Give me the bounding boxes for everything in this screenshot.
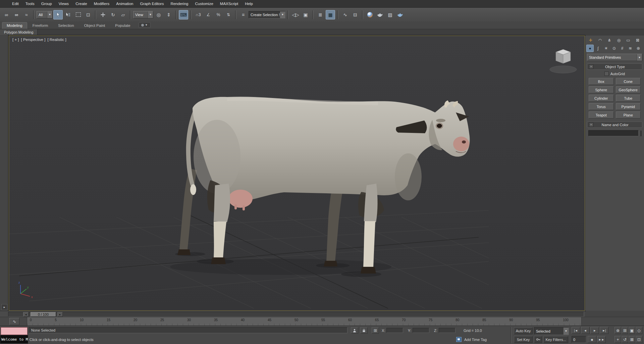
tab-motion[interactable]: ◎ [614, 37, 623, 44]
spinner-snap-toggle[interactable]: ⇅ [224, 10, 233, 19]
next-frame-button[interactable]: ►► [597, 336, 606, 343]
sphere-button[interactable]: Sphere [589, 86, 614, 93]
field-of-view-button[interactable]: ◇ [636, 327, 642, 334]
unlink-selection-icon[interactable]: ∞ [12, 10, 21, 19]
render-production-button[interactable] [395, 10, 405, 19]
auto-key-button[interactable]: Auto Key [514, 327, 533, 334]
edit-named-selection-sets-button[interactable]: ≡ [238, 10, 248, 19]
zoom-button[interactable]: ⊕ [614, 327, 621, 334]
category-cameras[interactable]: ⊙ [610, 45, 618, 52]
keyboard-shortcut-override-toggle[interactable]: ⌨ [179, 10, 188, 19]
viewport-canvas[interactable]: x y z [9, 36, 585, 310]
menu-edit[interactable]: Edit [9, 0, 22, 7]
orbit-button[interactable]: ↺ [622, 336, 628, 343]
category-systems[interactable]: ⊛ [635, 45, 642, 52]
category-space-warps[interactable]: ≋ [627, 45, 634, 52]
category-lights[interactable]: ☀ [602, 45, 610, 52]
select-and-scale-button[interactable]: ▱ [118, 10, 128, 19]
absolute-offset-mode-toggle[interactable]: ⊞ [372, 327, 379, 334]
cylinder-button[interactable]: Cylinder [589, 95, 614, 102]
next-frame-arrow[interactable]: ► [57, 312, 63, 317]
zoom-all-button[interactable]: ⊞ [622, 327, 628, 334]
tab-create[interactable]: ✛ [586, 37, 595, 44]
menu-customize[interactable]: Customize [192, 0, 216, 7]
menu-animation[interactable]: Animation [113, 0, 137, 7]
select-by-name-button[interactable] [63, 10, 73, 19]
rendered-frame-window-button[interactable]: ▨ [385, 10, 395, 19]
go-to-start-button[interactable]: |◄ [572, 327, 580, 334]
pyramid-button[interactable]: Pyramid [616, 103, 641, 110]
isolate-selection-toggle[interactable] [351, 327, 358, 334]
menu-create[interactable]: Create [72, 0, 91, 7]
torus-button[interactable]: Torus [589, 103, 614, 110]
tab-modify[interactable]: ◠ [596, 37, 604, 44]
menu-rendering[interactable]: Rendering [167, 0, 192, 7]
menu-graph-editors[interactable]: Graph Editors [137, 0, 167, 7]
play-button[interactable]: ► [590, 327, 599, 334]
ribbon-tab-modeling[interactable]: Modeling [2, 22, 27, 29]
tab-hierarchy[interactable]: ⋔ [605, 37, 614, 44]
menu-views[interactable]: Views [55, 0, 72, 7]
zoom-extents-button[interactable]: ▣ [629, 327, 635, 334]
menu-group[interactable]: Group [38, 0, 55, 7]
layer-explorer-toggle[interactable]: ≣ [316, 10, 325, 19]
menu-modifiers[interactable]: Modifiers [91, 0, 113, 7]
menu-tools[interactable]: Tools [22, 0, 38, 7]
ribbon-tab-populate[interactable]: Populate [110, 22, 135, 29]
z-coordinate-input[interactable] [439, 328, 455, 333]
object-color-swatch[interactable] [641, 131, 641, 136]
bind-to-space-warp-icon[interactable]: ≈ [22, 10, 31, 19]
ribbon-tab-freeform[interactable]: Freeform [28, 22, 53, 29]
key-mode-toggle[interactable]: ◆ [588, 336, 596, 343]
viewport-menu-view[interactable]: [ Perspective ] [21, 38, 46, 42]
menu-help[interactable]: Help [241, 0, 256, 7]
select-and-move-button[interactable] [98, 10, 108, 19]
set-key-button[interactable]: Set Key [514, 336, 533, 343]
object-name-field[interactable] [588, 130, 639, 136]
percent-snap-toggle[interactable]: % [214, 10, 223, 19]
tab-utilities[interactable]: ⊠ [633, 37, 642, 44]
angle-snap-toggle[interactable]: ∠ [204, 10, 213, 19]
macro-recorder-field[interactable] [1, 327, 28, 335]
selection-lock-toggle[interactable] [360, 327, 368, 334]
add-time-tag[interactable]: Add Time Tag [464, 338, 487, 342]
box-button[interactable]: Box [589, 78, 614, 85]
cone-button[interactable]: Cone [616, 78, 641, 85]
ribbon-tab-object-paint[interactable]: Object Paint [79, 22, 110, 29]
time-slider-track[interactable]: ◄ 0 / 100 ► [8, 312, 584, 317]
object-type-rollout-header[interactable]: − Object Type [587, 63, 642, 70]
previous-frame-arrow[interactable]: ◄ [23, 312, 29, 317]
set-keys-key-button[interactable] [534, 336, 542, 343]
mirror-button[interactable]: ◁▷ [291, 10, 300, 19]
viewport-menu-plus[interactable]: [ + ] [12, 38, 19, 42]
ribbon-panel-polygon-modeling[interactable]: Polygon Modeling [0, 29, 38, 35]
name-color-rollout-header[interactable]: − Name and Color [587, 121, 642, 128]
category-shapes[interactable]: ∫ [594, 45, 602, 52]
plane-button[interactable]: Plane [616, 111, 641, 118]
select-and-rotate-button[interactable]: ↻ [108, 10, 118, 19]
ribbon-tab-selection[interactable]: Selection [53, 22, 78, 29]
select-object-button[interactable] [53, 10, 63, 19]
y-coordinate-input[interactable] [413, 328, 429, 333]
open-mini-curve-editor-button[interactable]: ∿ [9, 318, 19, 325]
snaps-toggle-3d[interactable]: ∩3 [194, 10, 203, 19]
category-helpers[interactable]: # [619, 45, 626, 52]
maximize-viewport-toggle[interactable]: ⊡ [636, 336, 642, 343]
reference-coordinate-dropdown[interactable]: View ▼ [133, 11, 153, 18]
pan-button[interactable]: + [614, 336, 621, 343]
key-selection-dropdown[interactable]: Selected ▼ [534, 327, 569, 335]
geosphere-button[interactable]: GeoSphere [616, 86, 641, 93]
maxscript-mini-listener[interactable]: Welcome to M [0, 335, 28, 344]
align-button[interactable]: ▣ [301, 10, 310, 19]
named-selection-set-combo[interactable]: Create Selection Se ▼ [249, 11, 285, 18]
x-coordinate-input[interactable] [386, 328, 403, 333]
selection-filter-dropdown[interactable]: All ▼ [37, 11, 53, 18]
tab-display[interactable]: ▭ [624, 37, 633, 44]
select-and-manipulate-button[interactable]: ⇕ [164, 10, 173, 19]
render-setup-button[interactable] [375, 10, 385, 19]
current-frame-field[interactable] [572, 336, 586, 343]
viewport-menu-shading[interactable]: [ Realistic ] [47, 38, 66, 42]
use-pivot-center-button[interactable]: ◎ [154, 10, 163, 19]
window-crossing-toggle[interactable]: ⊡ [84, 10, 93, 19]
viewport-layout-tabs-button[interactable]: ▸ [1, 304, 7, 310]
